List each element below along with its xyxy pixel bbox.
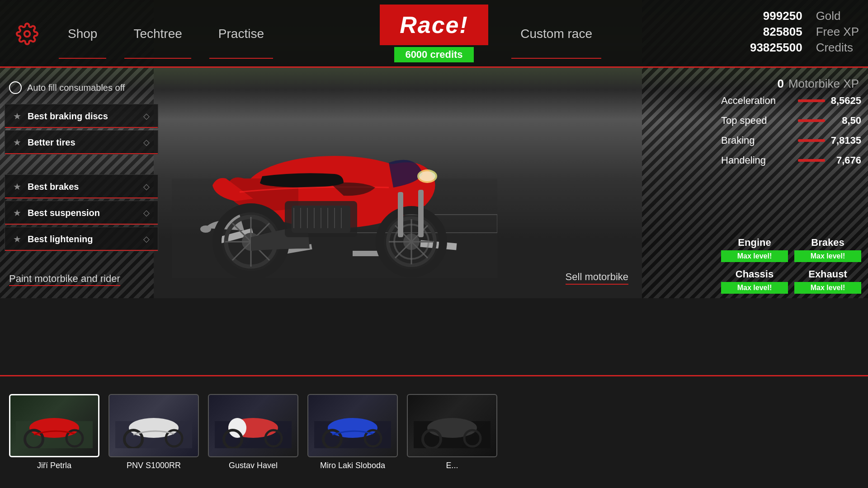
svg-point-8: [200, 225, 211, 233]
svg-point-39: [29, 418, 79, 438]
gallery-item-gustav[interactable]: Gustav Havel: [208, 394, 298, 470]
main-bike-svg: [172, 88, 497, 278]
engine-badge: Max level!: [721, 250, 788, 262]
header: Shop Techtree Practise Race! 6000 credit…: [0, 0, 868, 68]
star-icon: ★: [13, 137, 21, 148]
gold-value: 999250: [750, 9, 802, 23]
svg-rect-34: [398, 192, 403, 237]
stat-acceleration-value: 8,5625: [830, 95, 861, 107]
stat-acceleration-name: Acceleration: [721, 95, 793, 107]
gallery-item-jiri[interactable]: Jiří Petrla: [9, 394, 99, 470]
race-button-container: Race! 6000 credits: [380, 5, 488, 62]
svg-rect-35: [418, 190, 424, 237]
stat-braking-name: Braking: [721, 135, 793, 146]
auto-fill-toggle[interactable]: Auto fill consumables off: [9, 81, 125, 94]
svg-point-37: [419, 171, 435, 181]
brakes-badge: Max level!: [794, 250, 861, 262]
brakes-title: Brakes: [811, 237, 844, 249]
upgrade-label: Better tires: [28, 137, 143, 148]
engine-component: Engine Max level!: [721, 237, 788, 262]
gallery-thumb-pnv: [108, 394, 199, 457]
exhaust-title: Exhaust: [808, 268, 847, 280]
upgrades-panel: ★ Best braking discs ◇ ★ Better tires ◇ …: [5, 104, 158, 253]
paint-motorbike-section: Paint motorbike and rider: [9, 273, 120, 285]
motorbike-xp-display: 0 Motorbike XP: [777, 77, 859, 91]
gallery-thumb-miro: [307, 394, 398, 457]
chassis-title: Chassis: [736, 268, 774, 280]
engine-title: Engine: [738, 237, 771, 249]
stat-topspeed-row: Top speed 8,50: [721, 115, 861, 127]
upgrade-label: Best suspension: [28, 208, 143, 218]
exhaust-component: Exhaust Max level!: [794, 268, 861, 294]
stat-topspeed-name: Top speed: [721, 115, 793, 127]
nav-shop[interactable]: Shop: [50, 0, 115, 68]
brakes-component: Brakes Max level!: [794, 237, 861, 262]
upgrade-best-suspension[interactable]: ★ Best suspension ◇: [5, 201, 158, 225]
auto-fill-circle-icon: [9, 81, 22, 94]
star-icon: ★: [13, 111, 21, 122]
stat-braking-value: 7,8135: [830, 135, 861, 146]
credits-value: 93825500: [750, 41, 802, 55]
svg-point-48: [228, 418, 246, 438]
auto-fill-label: Auto fill consumables off: [27, 83, 125, 93]
svg-point-56: [427, 418, 477, 438]
settings-gear-icon[interactable]: [14, 20, 41, 47]
chevron-icon: ◇: [143, 234, 150, 244]
gallery-name-pnv: PNV S1000RR: [127, 461, 181, 470]
upgrade-best-brakes[interactable]: ★ Best brakes ◇: [5, 174, 158, 199]
stat-handling-row: Handeling 7,676: [721, 155, 861, 166]
upgrade-braking-discs[interactable]: ★ Best braking discs ◇: [5, 104, 158, 128]
free-xp-value: 825805: [750, 25, 802, 39]
free-xp-label: Free XP: [816, 25, 859, 39]
upgrade-label: Best lightening: [28, 234, 143, 244]
gallery-thumb-jiri: [9, 394, 99, 457]
components-grid: Engine Max level! Brakes Max level! Chas…: [721, 237, 861, 294]
chevron-icon: ◇: [143, 208, 150, 218]
stat-topspeed-bar: [798, 119, 825, 122]
nav-custom-race[interactable]: Custom race: [511, 0, 601, 68]
star-icon: ★: [13, 181, 21, 192]
stat-topspeed-value: 8,50: [830, 115, 861, 127]
star-icon: ★: [13, 207, 21, 218]
gallery-name-e: E...: [446, 461, 458, 470]
gallery-thumb-gustav: [208, 394, 298, 457]
chevron-icon: ◇: [143, 111, 150, 121]
chevron-icon: ◇: [143, 137, 150, 147]
bottom-gallery: Jiří Petrla PNV S1000RR Gustav Hav: [0, 375, 868, 488]
gallery-name-gustav: Gustav Havel: [229, 461, 278, 470]
chassis-component: Chassis Max level!: [721, 268, 788, 294]
header-stats: 999250 Gold 825805 Free XP 93825500 Cred…: [750, 9, 859, 55]
stat-braking-row: Braking 7,8135: [721, 135, 861, 146]
stat-handling-value: 7,676: [830, 155, 861, 166]
stat-acceleration-row: Acceleration 8,5625: [721, 95, 861, 107]
gallery-item-miro[interactable]: Miro Laki Sloboda: [307, 394, 398, 470]
stat-handling-bar: [798, 159, 825, 162]
svg-point-0: [24, 31, 30, 37]
header-red-line: [0, 66, 868, 68]
stat-handling-name: Handeling: [721, 155, 793, 166]
nav-bar: Shop Techtree Practise: [50, 0, 282, 68]
upgrade-better-tires[interactable]: ★ Better tires ◇: [5, 130, 158, 155]
xp-label: Motorbike XP: [788, 77, 859, 91]
xp-value: 0: [777, 77, 783, 91]
gallery-name-miro: Miro Laki Sloboda: [320, 461, 385, 470]
sell-motorbike-link[interactable]: Sell motorbike: [566, 271, 628, 285]
gallery-item-e[interactable]: E...: [407, 394, 497, 470]
credits-badge: 6000 credits: [394, 47, 473, 62]
race-button[interactable]: Race!: [380, 5, 488, 45]
bike-stats-panel: Acceleration 8,5625 Top speed 8,50 Braki…: [721, 95, 861, 174]
upgrade-best-lightening[interactable]: ★ Best lightening ◇: [5, 227, 158, 251]
main-bike-display: [154, 68, 515, 298]
gallery-item-pnv[interactable]: PNV S1000RR: [108, 394, 199, 470]
upgrade-label: Best brakes: [28, 182, 143, 192]
upgrade-label: Best braking discs: [28, 111, 143, 122]
paint-motorbike-link[interactable]: Paint motorbike and rider: [9, 273, 120, 286]
gallery-name-jiri: Jiří Petrla: [37, 461, 71, 470]
svg-point-52: [328, 418, 377, 438]
nav-techtree[interactable]: Techtree: [115, 0, 200, 68]
chevron-icon: ◇: [143, 182, 150, 192]
gold-label: Gold: [816, 9, 859, 23]
credits-label: Credits: [816, 41, 859, 55]
nav-practise[interactable]: Practise: [200, 0, 282, 68]
star-icon: ★: [13, 234, 21, 244]
